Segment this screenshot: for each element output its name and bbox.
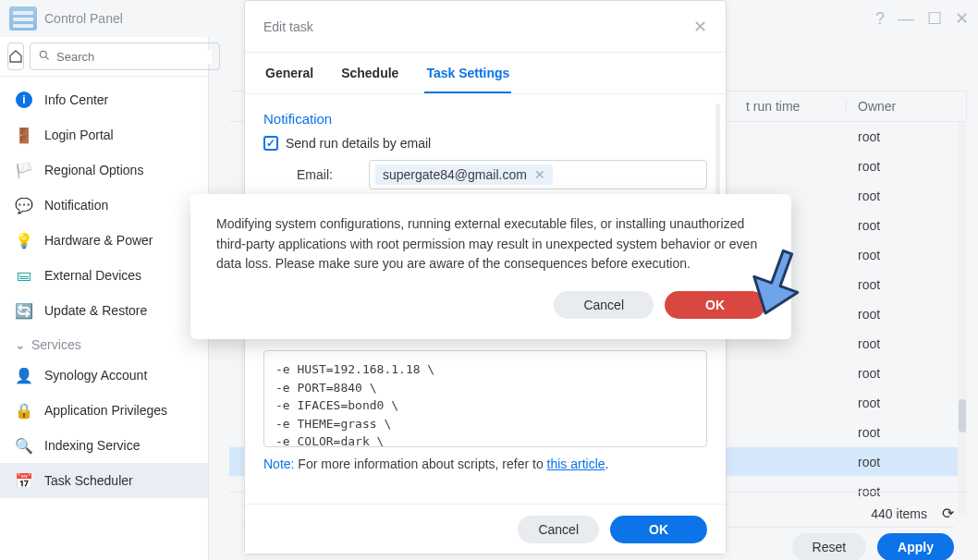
checkbox-label: Send run details by email xyxy=(286,136,431,151)
sidebar-item-label: Synology Account xyxy=(44,368,147,383)
apply-button[interactable]: Apply xyxy=(877,533,954,560)
sidebar-item-label: Info Center xyxy=(44,92,108,107)
account-icon: 👤 xyxy=(15,366,33,384)
app-icon xyxy=(9,6,37,30)
cell-owner: root xyxy=(847,218,967,233)
cell-owner: root xyxy=(847,336,967,351)
search-doc-icon: 🔍 xyxy=(15,436,33,455)
svg-line-1 xyxy=(46,56,49,59)
email-token-value: supergate84@gmail.com xyxy=(383,167,527,182)
bulb-icon: 💡 xyxy=(15,231,33,250)
sidebar-item-label: Indexing Service xyxy=(44,438,141,453)
sidebar-item-label: Notification xyxy=(44,198,108,213)
window-title: Control Panel xyxy=(44,11,123,26)
sidebar-item-label: Regional Options xyxy=(44,163,143,177)
svg-point-0 xyxy=(40,51,46,57)
col-header-runtime[interactable]: t run time xyxy=(735,99,846,114)
tab-schedule[interactable]: Schedule xyxy=(339,66,400,93)
confirm-cancel-button[interactable]: Cancel xyxy=(554,291,654,319)
modal-title: Edit task xyxy=(263,19,313,34)
cell-owner: root xyxy=(847,455,967,469)
door-icon: 🚪 xyxy=(15,126,33,144)
sidebar-item-task-scheduler[interactable]: 📅 Task Scheduler xyxy=(0,463,208,498)
table-scrollbar[interactable] xyxy=(958,122,967,516)
sidebar-item-label: Hardware & Power xyxy=(44,233,153,248)
flag-icon: 🏳️ xyxy=(15,161,33,179)
col-header-owner[interactable]: Owner xyxy=(846,99,966,114)
script-note: Note: For more information about scripts… xyxy=(263,457,707,471)
cell-owner: root xyxy=(847,159,967,174)
sidebar-item-synology-account[interactable]: 👤 Synology Account xyxy=(0,358,208,393)
sidebar-item-update-restore[interactable]: 🔄 Update & Restore xyxy=(0,293,208,328)
home-button[interactable] xyxy=(7,43,24,70)
cell-owner: root xyxy=(847,307,967,322)
sidebar-item-external-devices[interactable]: 🖴 External Devices xyxy=(0,258,208,293)
confirm-text: Modifying system configurations, running… xyxy=(216,214,765,274)
sidebar-item-indexing-service[interactable]: 🔍 Indexing Service xyxy=(0,428,208,463)
close-icon[interactable]: ✕ xyxy=(955,10,969,27)
email-field[interactable]: supergate84@gmail.com ✕ xyxy=(369,160,707,189)
cell-owner: root xyxy=(847,189,967,203)
section-header-services: ⌄ Services xyxy=(0,328,208,358)
cell-owner: root xyxy=(847,277,967,292)
cell-owner: root xyxy=(847,425,967,440)
chevron-down-icon[interactable]: ⌄ xyxy=(15,337,26,352)
confirm-ok-button[interactable]: OK xyxy=(665,291,765,319)
device-icon: 🖴 xyxy=(15,266,33,285)
modal-cancel-button[interactable]: Cancel xyxy=(518,516,599,543)
modal-ok-button[interactable]: OK xyxy=(610,516,707,543)
sidebar-item-regional-options[interactable]: 🏳️ Regional Options xyxy=(0,152,208,188)
tab-task-settings[interactable]: Task Settings xyxy=(424,66,511,93)
info-icon: i xyxy=(15,91,33,109)
cell-owner: root xyxy=(847,248,967,262)
script-textarea[interactable]: -e HUST=192.168.1.18 \ -e PORT=8840 \ -e… xyxy=(263,350,707,447)
tab-general[interactable]: General xyxy=(263,66,315,93)
sidebar-item-notification[interactable]: 💬 Notification xyxy=(0,188,208,223)
sidebar-item-label: Login Portal xyxy=(44,128,114,142)
chat-icon: 💬 xyxy=(15,196,33,214)
calendar-icon: 📅 xyxy=(15,471,33,490)
sidebar-item-label: Application Privileges xyxy=(44,403,167,418)
cell-owner: root xyxy=(847,366,967,381)
sidebar-item-label: External Devices xyxy=(44,268,141,283)
lock-icon: 🔒 xyxy=(15,401,33,420)
modal-close-icon[interactable]: ✕ xyxy=(693,17,707,37)
sidebar: i Info Center 🚪 Login Portal 🏳️ Regional… xyxy=(0,37,209,560)
sidebar-item-hardware-power[interactable]: 💡 Hardware & Power xyxy=(0,223,208,258)
email-field-label: Email: xyxy=(297,167,352,182)
note-link[interactable]: this article xyxy=(547,457,605,471)
refresh-icon[interactable]: ⟳ xyxy=(942,505,954,522)
maximize-icon[interactable]: ☐ xyxy=(927,10,942,27)
reset-button[interactable]: Reset xyxy=(792,533,867,560)
modal-tabs: General Schedule Task Settings xyxy=(245,53,726,94)
help-icon[interactable]: ? xyxy=(875,10,885,27)
search-icon xyxy=(38,49,51,65)
cell-owner: root xyxy=(847,129,967,144)
minimize-icon[interactable]: — xyxy=(898,10,914,27)
modal-confirm: Modifying system configurations, running… xyxy=(190,194,791,339)
search-box[interactable] xyxy=(30,43,220,70)
sidebar-item-label: Update & Restore xyxy=(44,303,147,318)
search-input[interactable] xyxy=(56,50,212,64)
window-controls: ? — ☐ ✕ xyxy=(875,10,969,27)
cycle-icon: 🔄 xyxy=(15,301,33,320)
item-count: 440 items xyxy=(871,506,927,521)
nav-list: i Info Center 🚪 Login Portal 🏳️ Regional… xyxy=(0,77,208,560)
sidebar-item-application-privileges[interactable]: 🔒 Application Privileges xyxy=(0,393,208,428)
sidebar-item-login-portal[interactable]: 🚪 Login Portal xyxy=(0,117,208,152)
note-label: Note: xyxy=(263,457,294,471)
cell-owner: root xyxy=(847,396,967,410)
section-notification: Notification xyxy=(263,111,707,127)
sidebar-item-info-center[interactable]: i Info Center xyxy=(0,82,208,117)
sidebar-item-label: Task Scheduler xyxy=(44,473,133,488)
token-remove-icon[interactable]: ✕ xyxy=(534,167,545,182)
checkbox-send-email[interactable]: ✓ xyxy=(263,136,278,151)
